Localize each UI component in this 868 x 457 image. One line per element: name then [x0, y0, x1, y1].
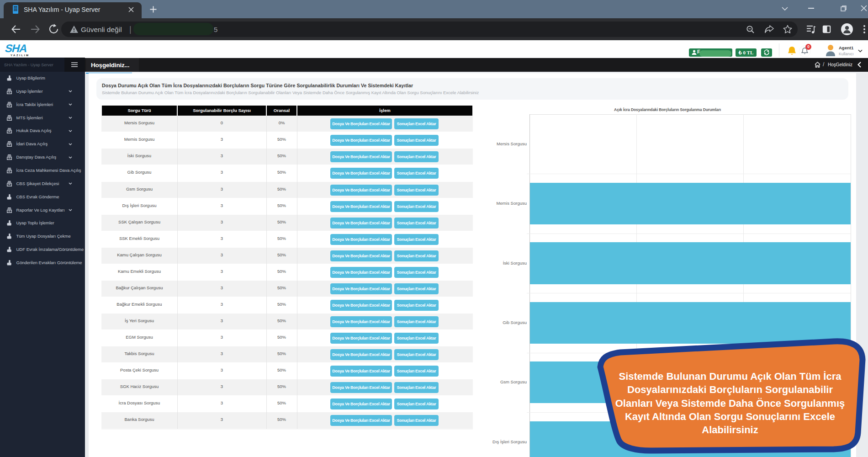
- svg-text:SHA: SHA: [4, 42, 29, 54]
- svg-text:YAZILIM: YAZILIM: [11, 54, 30, 57]
